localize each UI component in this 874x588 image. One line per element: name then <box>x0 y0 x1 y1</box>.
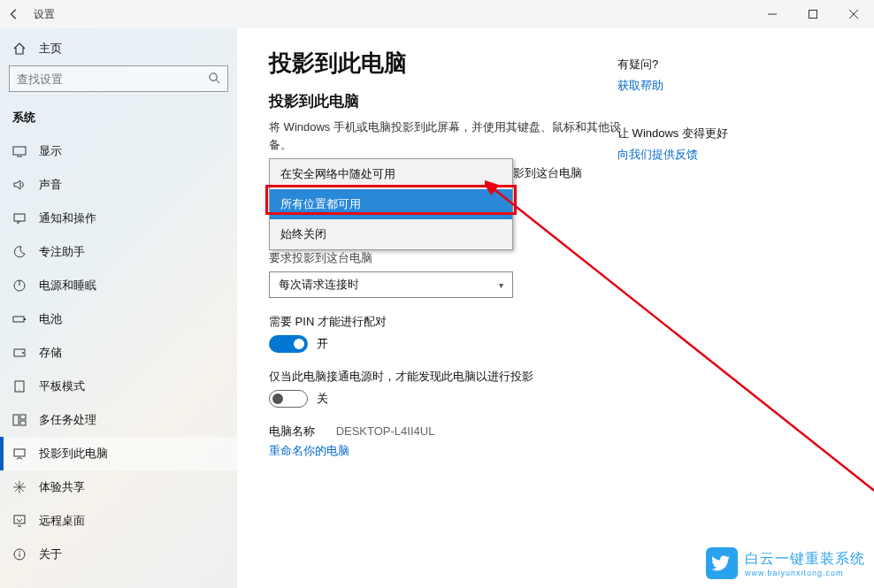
ask-select[interactable]: 每次请求连接时 ▾ <box>269 271 513 298</box>
sidebar-item-projecting[interactable]: 投影到此电脑 <box>0 437 237 470</box>
sidebar-item-label: 声音 <box>39 177 62 193</box>
svg-point-14 <box>22 352 24 354</box>
sidebar-item-label: 显示 <box>39 143 62 159</box>
section-description: 将 Windows 手机或电脑投影到此屏幕，并使用其键盘、鼠标和其他设备。 <box>269 118 640 153</box>
power-icon <box>12 279 27 293</box>
svg-rect-19 <box>20 421 26 425</box>
monitor-icon <box>12 144 27 158</box>
project-icon <box>12 447 27 461</box>
power-toggle[interactable] <box>269 390 308 408</box>
back-button[interactable] <box>0 8 28 20</box>
label-behind-dropdown: 影到这台电脑 <box>513 165 582 181</box>
sidebar-item-multitask[interactable]: 多任务处理 <box>0 403 237 437</box>
availability-dropdown-open[interactable]: 在安全网络中随处可用 所有位置都可用 始终关闭 <box>269 158 513 250</box>
watermark: 白云一键重装系统 www.baiyunxitong.com <box>706 547 865 579</box>
sidebar-item-about[interactable]: 关于 <box>0 538 237 571</box>
svg-point-24 <box>19 551 20 553</box>
sidebar-item-label: 体验共享 <box>39 479 85 495</box>
search-icon <box>208 72 221 85</box>
sidebar-item-label: 投影到此电脑 <box>39 446 108 462</box>
right-panel: 有疑问? 获取帮助 让 Windows 变得更好 向我们提供反馈 <box>617 57 794 195</box>
feedback-link[interactable]: 向我们提供反馈 <box>617 147 794 163</box>
moon-icon <box>12 245 27 259</box>
sidebar-item-label: 电池 <box>39 311 62 327</box>
tablet-icon <box>12 379 27 393</box>
dropdown-option-selected[interactable]: 所有位置都可用 <box>270 189 512 219</box>
sidebar-item-notifications[interactable]: 通知和操作 <box>0 202 237 235</box>
sidebar-item-label: 电源和睡眠 <box>39 278 96 294</box>
svg-rect-6 <box>13 147 26 155</box>
arrow-left-icon <box>8 8 20 20</box>
svg-rect-11 <box>13 317 24 322</box>
pin-label: 需要 PIN 才能进行配对 <box>269 314 842 330</box>
sidebar-item-focus[interactable]: 专注助手 <box>0 235 237 269</box>
home-icon <box>12 42 27 56</box>
sidebar-item-storage[interactable]: 存储 <box>0 336 237 370</box>
sidebar-item-battery[interactable]: 电池 <box>0 302 237 336</box>
dropdown-option[interactable]: 始终关闭 <box>270 219 512 249</box>
svg-point-16 <box>19 390 20 391</box>
sidebar: 主页 系统 显示 声音 通知和操作 专注助手 电源和睡眠 电池 存储 平板模式 … <box>0 28 237 588</box>
feedback-title: 让 Windows 变得更好 <box>617 126 794 141</box>
remote-icon <box>12 514 27 528</box>
close-button[interactable] <box>833 0 874 28</box>
maximize-icon <box>809 10 817 19</box>
sidebar-item-label: 平板模式 <box>39 378 85 394</box>
sidebar-home-label: 主页 <box>39 41 62 57</box>
watermark-url: www.baiyunxitong.com <box>745 569 865 577</box>
main-content: 投影到此电脑 投影到此电脑 将 Windows 手机或电脑投影到此屏幕，并使用其… <box>237 28 874 588</box>
sidebar-item-label: 远程桌面 <box>39 513 85 529</box>
svg-rect-8 <box>14 214 25 221</box>
svg-rect-18 <box>20 415 26 419</box>
sidebar-item-label: 关于 <box>39 546 62 562</box>
sidebar-item-display[interactable]: 显示 <box>0 134 237 168</box>
pin-toggle[interactable] <box>269 335 308 353</box>
info-icon <box>12 547 27 561</box>
sidebar-item-tablet[interactable]: 平板模式 <box>0 370 237 403</box>
sidebar-item-label: 通知和操作 <box>39 210 96 226</box>
power-toggle-state: 关 <box>317 391 328 407</box>
svg-rect-17 <box>13 415 19 425</box>
ask-select-value: 每次请求连接时 <box>279 277 359 293</box>
minimize-button[interactable] <box>752 0 793 28</box>
sidebar-section-title: 系统 <box>0 106 237 134</box>
sidebar-item-shared[interactable]: 体验共享 <box>0 470 237 504</box>
message-icon <box>12 211 27 225</box>
titlebar: 设置 <box>0 0 874 28</box>
svg-rect-1 <box>809 11 817 19</box>
dropdown-option[interactable]: 在安全网络中随处可用 <box>270 159 512 189</box>
sidebar-item-power[interactable]: 电源和睡眠 <box>0 269 237 302</box>
power-label: 仅当此电脑接通电源时，才能发现此电脑以进行投影 <box>269 369 842 385</box>
svg-rect-12 <box>24 318 26 320</box>
multitask-icon <box>12 413 27 427</box>
pc-name-label: 电脑名称 <box>269 424 315 438</box>
svg-line-5 <box>216 80 219 83</box>
battery-icon <box>12 312 27 326</box>
rename-pc-link[interactable]: 重命名你的电脑 <box>269 443 349 459</box>
speaker-icon <box>12 178 27 192</box>
watermark-text: 白云一键重装系统 <box>745 550 865 569</box>
search-input[interactable] <box>9 65 228 92</box>
bird-icon <box>712 554 732 573</box>
sidebar-item-label: 存储 <box>39 345 62 361</box>
help-title: 有疑问? <box>617 57 794 73</box>
share-icon <box>12 480 27 494</box>
search-wrap <box>9 65 228 92</box>
sidebar-item-remote[interactable]: 远程桌面 <box>0 504 237 538</box>
pc-name-value: DESKTOP-L4II4UL <box>336 424 435 438</box>
svg-point-4 <box>210 73 217 80</box>
window-title: 设置 <box>28 7 55 22</box>
minimize-icon <box>768 10 777 19</box>
watermark-logo <box>706 547 738 579</box>
sidebar-item-label: 多任务处理 <box>39 412 96 428</box>
help-link[interactable]: 获取帮助 <box>617 78 794 94</box>
sidebar-item-sound[interactable]: 声音 <box>0 168 237 202</box>
drive-icon <box>12 346 27 360</box>
sidebar-item-label: 专注助手 <box>39 244 85 260</box>
chevron-down-icon: ▾ <box>499 280 503 290</box>
maximize-button[interactable] <box>793 0 833 28</box>
svg-rect-20 <box>14 449 25 456</box>
sidebar-home[interactable]: 主页 <box>0 35 237 65</box>
pin-toggle-state: 开 <box>317 336 328 352</box>
close-icon <box>849 10 858 19</box>
